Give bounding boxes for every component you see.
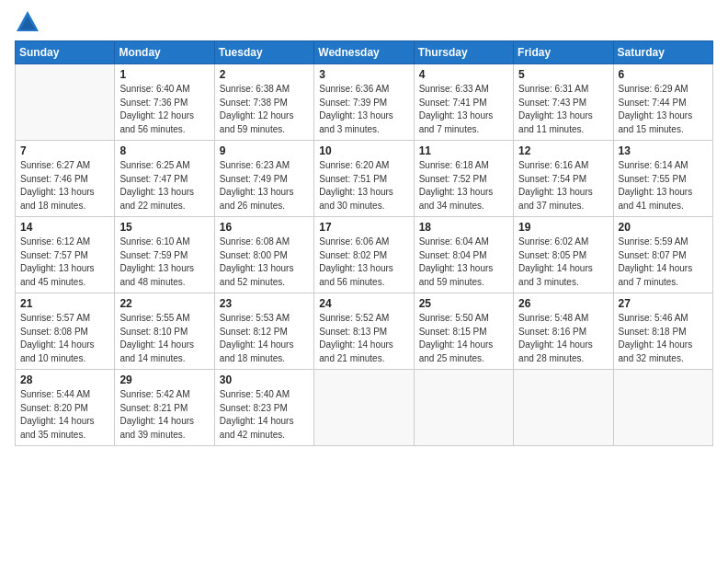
logo-icon: [15, 9, 40, 35]
day-number: 29: [119, 373, 209, 386]
day-cell: 10Sunrise: 6:20 AM Sunset: 7:51 PM Dayli…: [314, 141, 414, 217]
day-info: Sunrise: 6:08 AM Sunset: 8:00 PM Dayligh…: [220, 236, 309, 289]
week-row-3: 14Sunrise: 6:12 AM Sunset: 7:57 PM Dayli…: [16, 217, 713, 293]
day-number: 9: [220, 144, 309, 157]
day-cell: 28Sunrise: 5:44 AM Sunset: 8:20 PM Dayli…: [16, 370, 115, 446]
day-info: Sunrise: 5:55 AM Sunset: 8:10 PM Dayligh…: [119, 312, 209, 365]
day-info: Sunrise: 6:18 AM Sunset: 7:52 PM Dayligh…: [419, 159, 508, 213]
day-cell: 23Sunrise: 5:53 AM Sunset: 8:12 PM Dayli…: [214, 293, 313, 370]
day-number: 6: [619, 68, 708, 81]
day-cell: 16Sunrise: 6:08 AM Sunset: 8:00 PM Dayli…: [214, 217, 313, 293]
day-cell: 6Sunrise: 6:29 AM Sunset: 7:44 PM Daylig…: [613, 64, 712, 141]
day-info: Sunrise: 5:52 AM Sunset: 8:13 PM Dayligh…: [319, 312, 408, 365]
day-cell: 19Sunrise: 6:02 AM Sunset: 8:05 PM Dayli…: [514, 217, 613, 293]
day-cell: 29Sunrise: 5:42 AM Sunset: 8:21 PM Dayli…: [115, 370, 214, 446]
day-number: 21: [20, 297, 109, 310]
day-info: Sunrise: 6:40 AM Sunset: 7:36 PM Dayligh…: [119, 83, 209, 136]
col-saturday: Saturday: [613, 41, 712, 64]
day-info: Sunrise: 6:12 AM Sunset: 7:57 PM Dayligh…: [20, 236, 109, 289]
day-info: Sunrise: 5:46 AM Sunset: 8:18 PM Dayligh…: [619, 312, 708, 365]
col-thursday: Thursday: [414, 41, 513, 64]
day-info: Sunrise: 6:06 AM Sunset: 8:02 PM Dayligh…: [319, 236, 408, 289]
day-cell: 15Sunrise: 6:10 AM Sunset: 7:59 PM Dayli…: [115, 217, 214, 293]
week-row-2: 7Sunrise: 6:27 AM Sunset: 7:46 PM Daylig…: [16, 141, 713, 217]
day-info: Sunrise: 6:27 AM Sunset: 7:46 PM Dayligh…: [20, 159, 109, 213]
day-cell: [514, 370, 613, 446]
day-number: 15: [119, 221, 209, 234]
day-cell: 3Sunrise: 6:36 AM Sunset: 7:39 PM Daylig…: [314, 64, 414, 141]
col-monday: Monday: [115, 41, 214, 64]
day-cell: 2Sunrise: 6:38 AM Sunset: 7:38 PM Daylig…: [214, 64, 313, 141]
day-number: 19: [518, 221, 608, 234]
day-cell: 26Sunrise: 5:48 AM Sunset: 8:16 PM Dayli…: [514, 293, 613, 370]
day-cell: 25Sunrise: 5:50 AM Sunset: 8:15 PM Dayli…: [414, 293, 513, 370]
day-cell: 11Sunrise: 6:18 AM Sunset: 7:52 PM Dayli…: [414, 141, 513, 217]
day-cell: 1Sunrise: 6:40 AM Sunset: 7:36 PM Daylig…: [115, 64, 214, 141]
day-number: 8: [119, 144, 209, 157]
day-info: Sunrise: 6:02 AM Sunset: 8:05 PM Dayligh…: [518, 236, 608, 289]
calendar-body: 1Sunrise: 6:40 AM Sunset: 7:36 PM Daylig…: [16, 64, 713, 446]
day-number: 23: [220, 297, 309, 310]
day-info: Sunrise: 6:16 AM Sunset: 7:54 PM Dayligh…: [518, 159, 608, 213]
day-number: 17: [319, 221, 408, 234]
header-row: Sunday Monday Tuesday Wednesday Thursday…: [16, 41, 713, 64]
day-info: Sunrise: 6:14 AM Sunset: 7:55 PM Dayligh…: [619, 159, 708, 213]
page: Sunday Monday Tuesday Wednesday Thursday…: [0, 0, 728, 563]
col-sunday: Sunday: [16, 41, 115, 64]
day-info: Sunrise: 6:23 AM Sunset: 7:49 PM Dayligh…: [220, 159, 309, 213]
day-cell: 21Sunrise: 5:57 AM Sunset: 8:08 PM Dayli…: [16, 293, 115, 370]
day-info: Sunrise: 5:44 AM Sunset: 8:20 PM Dayligh…: [20, 388, 109, 442]
week-row-4: 21Sunrise: 5:57 AM Sunset: 8:08 PM Dayli…: [16, 293, 713, 370]
day-number: 18: [419, 221, 508, 234]
day-info: Sunrise: 6:20 AM Sunset: 7:51 PM Dayligh…: [319, 159, 408, 213]
day-info: Sunrise: 5:59 AM Sunset: 8:07 PM Dayligh…: [619, 236, 708, 289]
day-cell: 14Sunrise: 6:12 AM Sunset: 7:57 PM Dayli…: [16, 217, 115, 293]
day-cell: 18Sunrise: 6:04 AM Sunset: 8:04 PM Dayli…: [414, 217, 513, 293]
day-number: 2: [220, 68, 309, 81]
day-number: 3: [319, 68, 408, 81]
day-number: 1: [119, 68, 209, 81]
day-info: Sunrise: 6:25 AM Sunset: 7:47 PM Dayligh…: [119, 159, 209, 213]
day-info: Sunrise: 5:42 AM Sunset: 8:21 PM Dayligh…: [119, 388, 209, 442]
day-cell: 22Sunrise: 5:55 AM Sunset: 8:10 PM Dayli…: [115, 293, 214, 370]
day-info: Sunrise: 6:38 AM Sunset: 7:38 PM Dayligh…: [220, 83, 309, 136]
day-number: 28: [20, 373, 109, 386]
day-number: 14: [20, 221, 109, 234]
day-info: Sunrise: 5:57 AM Sunset: 8:08 PM Dayligh…: [20, 312, 109, 365]
day-cell: [16, 64, 115, 141]
day-number: 11: [419, 144, 508, 157]
day-cell: 8Sunrise: 6:25 AM Sunset: 7:47 PM Daylig…: [115, 141, 214, 217]
day-cell: 5Sunrise: 6:31 AM Sunset: 7:43 PM Daylig…: [514, 64, 613, 141]
day-number: 30: [220, 373, 309, 386]
col-tuesday: Tuesday: [214, 41, 313, 64]
day-info: Sunrise: 6:33 AM Sunset: 7:41 PM Dayligh…: [419, 83, 508, 136]
day-number: 12: [518, 144, 608, 157]
day-cell: 12Sunrise: 6:16 AM Sunset: 7:54 PM Dayli…: [514, 141, 613, 217]
day-number: 5: [518, 68, 608, 81]
day-number: 13: [619, 144, 708, 157]
day-number: 4: [419, 68, 508, 81]
day-cell: [414, 370, 513, 446]
logo: [15, 9, 44, 35]
day-info: Sunrise: 6:10 AM Sunset: 7:59 PM Dayligh…: [119, 236, 209, 289]
week-row-1: 1Sunrise: 6:40 AM Sunset: 7:36 PM Daylig…: [16, 64, 713, 141]
col-wednesday: Wednesday: [314, 41, 414, 64]
day-number: 22: [119, 297, 209, 310]
day-info: Sunrise: 6:36 AM Sunset: 7:39 PM Dayligh…: [319, 83, 408, 136]
day-cell: 13Sunrise: 6:14 AM Sunset: 7:55 PM Dayli…: [613, 141, 712, 217]
day-cell: [613, 370, 712, 446]
day-cell: 17Sunrise: 6:06 AM Sunset: 8:02 PM Dayli…: [314, 217, 414, 293]
day-number: 27: [619, 297, 708, 310]
day-info: Sunrise: 5:40 AM Sunset: 8:23 PM Dayligh…: [220, 388, 309, 442]
day-cell: [314, 370, 414, 446]
day-info: Sunrise: 5:53 AM Sunset: 8:12 PM Dayligh…: [220, 312, 309, 365]
day-cell: 7Sunrise: 6:27 AM Sunset: 7:46 PM Daylig…: [16, 141, 115, 217]
day-cell: 30Sunrise: 5:40 AM Sunset: 8:23 PM Dayli…: [214, 370, 313, 446]
day-cell: 24Sunrise: 5:52 AM Sunset: 8:13 PM Dayli…: [314, 293, 414, 370]
day-cell: 20Sunrise: 5:59 AM Sunset: 8:07 PM Dayli…: [613, 217, 712, 293]
day-info: Sunrise: 5:48 AM Sunset: 8:16 PM Dayligh…: [518, 312, 608, 365]
day-number: 20: [619, 221, 708, 234]
day-info: Sunrise: 6:04 AM Sunset: 8:04 PM Dayligh…: [419, 236, 508, 289]
col-friday: Friday: [514, 41, 613, 64]
day-number: 24: [319, 297, 408, 310]
